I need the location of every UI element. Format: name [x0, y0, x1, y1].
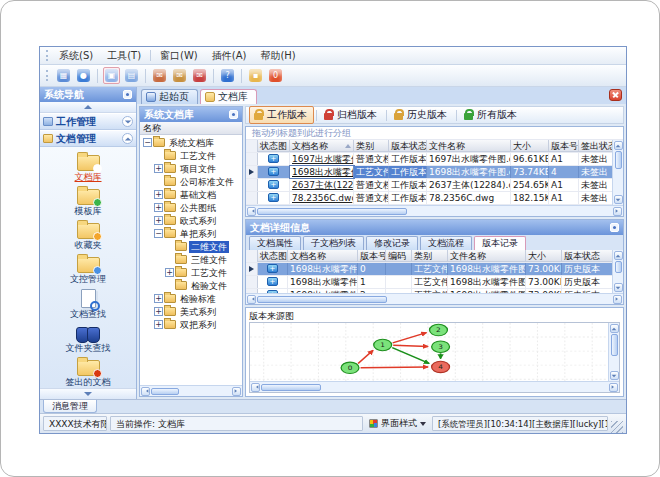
table-row[interactable]: +1698出水嘴零件图.dwg1工艺文件1698出水嘴零件图.dwg73.00K…	[246, 276, 612, 289]
column-header[interactable]: 状态图	[258, 250, 288, 262]
column-header[interactable]: 状态图	[258, 140, 290, 152]
menu-item[interactable]: 窗口(W)	[153, 48, 205, 64]
menu-item[interactable]: 帮助(H)	[253, 48, 302, 64]
menu-item[interactable]: 插件(A)	[205, 48, 254, 64]
documents-hscrollbar[interactable]	[246, 205, 623, 216]
expand-icon[interactable]: +	[154, 203, 163, 212]
interface-style-button[interactable]: 界面样式	[366, 416, 429, 431]
sidebar-item-template-library[interactable]: 模板库	[40, 184, 136, 217]
scroll-up-button[interactable]	[610, 324, 619, 333]
column-header[interactable]: 文件名称	[448, 250, 526, 262]
expand-icon[interactable]: +	[165, 268, 174, 277]
doc-tab-inactive[interactable]: 起始页	[141, 89, 198, 104]
sidebar-group-work[interactable]: 工作管理	[40, 113, 136, 130]
expand-icon[interactable]: +	[154, 320, 163, 329]
collapse-icon[interactable]: −	[143, 138, 152, 147]
scroll-down-button[interactable]	[614, 283, 623, 292]
tree-node[interactable]: +基础文档	[140, 188, 242, 201]
graph-vscrollbar[interactable]	[608, 323, 619, 381]
scrollbar-thumb[interactable]	[611, 334, 618, 356]
versions-hscrollbar[interactable]	[246, 293, 623, 304]
tree-node[interactable]: +检验标准	[140, 292, 242, 305]
globe-button[interactable]: ●	[75, 67, 92, 84]
sidebar-item-favorites[interactable]: 收藏夹	[40, 218, 136, 251]
expand-icon[interactable]: +	[154, 216, 163, 225]
scroll-right-button[interactable]	[609, 383, 618, 392]
desktop-sync-button[interactable]: ▦	[55, 67, 72, 84]
tree-node[interactable]: 三维文件	[140, 253, 242, 266]
tree-node[interactable]: 二维文件	[140, 240, 242, 253]
scroll-left-button[interactable]	[247, 295, 256, 304]
sidebar-item-document-library[interactable]: 文档库	[40, 150, 136, 183]
tree-node[interactable]: 公司标准文件	[140, 175, 242, 188]
column-header[interactable]: 文档名称	[288, 250, 358, 262]
scrollbar-thumb[interactable]	[261, 384, 321, 391]
sidebar-scroll-down[interactable]	[40, 388, 136, 399]
expand-icon[interactable]: +	[154, 190, 163, 199]
column-header[interactable]: 编码	[386, 250, 412, 262]
table-row[interactable]: +78.2356C.dwg普通文档工作版本78.2356C.dwg182.15K…	[246, 192, 612, 205]
tree-node[interactable]: 检验文件	[140, 279, 242, 292]
lock-button[interactable]: ▪	[247, 67, 264, 84]
close-tab-button[interactable]	[609, 89, 622, 101]
detail-tab-inactive[interactable]: 修改记录	[366, 236, 418, 250]
tree-node[interactable]: +工艺文件	[140, 266, 242, 279]
scrollbar-thumb[interactable]	[615, 261, 622, 273]
help-button[interactable]: ?	[219, 67, 236, 84]
version-node-2[interactable]: 2	[430, 324, 448, 335]
column-header[interactable]: 大小	[526, 250, 562, 262]
detail-tab-inactive[interactable]: 文档属性	[249, 236, 301, 250]
tree-hscrollbar[interactable]	[140, 385, 242, 396]
column-header[interactable]: 版本状态	[562, 250, 612, 262]
expand-icon[interactable]: +	[154, 294, 163, 303]
version-node-1[interactable]: 1	[374, 339, 392, 350]
toolbar-grip-icon[interactable]	[46, 70, 49, 81]
doc-tab-active[interactable]: 文档库	[200, 89, 257, 104]
scroll-right-button[interactable]	[613, 295, 622, 304]
tree-node[interactable]: +公共图纸	[140, 201, 242, 214]
tree-node[interactable]: −单把系列	[140, 227, 242, 240]
column-header[interactable]: 大小	[511, 140, 549, 152]
sidebar-item-doc-search[interactable]: 文档查找	[40, 286, 136, 320]
column-header[interactable]: 文件名称	[427, 140, 511, 152]
menu-item[interactable]: 工具(T)	[100, 48, 148, 64]
version-filter-3-button[interactable]: 所有版本	[459, 106, 524, 124]
sidebar-item-checked-out-docs[interactable]: 签出的文档	[40, 355, 136, 388]
tree-column-header[interactable]: 名称	[140, 122, 242, 135]
pin-icon[interactable]	[123, 90, 132, 99]
column-header[interactable]: 文档名称	[290, 140, 354, 152]
tree-node[interactable]: −系统文档库	[140, 136, 242, 149]
detail-tab-inactive[interactable]: 文档流程	[420, 236, 472, 250]
scrollbar-thumb[interactable]	[151, 388, 179, 395]
scroll-down-button[interactable]	[610, 371, 619, 380]
detail-tab-inactive[interactable]: 子文档列表	[303, 236, 364, 250]
scrollbar-thumb[interactable]	[257, 208, 407, 215]
scroll-up-button[interactable]	[614, 141, 623, 150]
version-node-4[interactable]: 4	[432, 361, 450, 372]
scroll-left-button[interactable]	[251, 383, 260, 392]
pin-icon[interactable]	[229, 110, 238, 119]
chevron-down-icon[interactable]	[122, 116, 133, 127]
column-header[interactable]: 版本号	[358, 250, 386, 262]
versions-vscrollbar[interactable]	[612, 250, 623, 293]
scroll-up-button[interactable]	[614, 251, 623, 260]
toolbar-grip-icon[interactable]	[46, 50, 49, 61]
mail-delete-button[interactable]: ✉	[191, 67, 208, 84]
window-layout-button[interactable]: ▤	[123, 67, 140, 84]
column-header[interactable]: 版本状态	[389, 140, 427, 152]
message-management-tab[interactable]: 消息管理	[43, 400, 97, 413]
table-row[interactable]: +1698出水嘴零件图.dwg0工艺文件1698出水嘴零件图.dwg73.00K…	[246, 263, 612, 276]
collapse-icon[interactable]: −	[154, 229, 163, 238]
mail-new-button[interactable]: ✉	[151, 67, 168, 84]
scroll-right-button[interactable]	[613, 207, 622, 216]
column-header[interactable]: 版本号	[549, 140, 579, 152]
sidebar-group-docs[interactable]: 文档管理	[40, 130, 136, 147]
expand-icon[interactable]: +	[154, 307, 163, 316]
column-header[interactable]: 类别	[412, 250, 448, 262]
sidebar-item-doc-control[interactable]: 文控管理	[40, 252, 136, 285]
graph-hscrollbar[interactable]	[250, 381, 619, 392]
pin-icon[interactable]	[610, 223, 619, 232]
scroll-right-button[interactable]	[232, 387, 241, 396]
scroll-left-button[interactable]	[141, 387, 150, 396]
chevron-up-icon[interactable]	[122, 133, 133, 144]
